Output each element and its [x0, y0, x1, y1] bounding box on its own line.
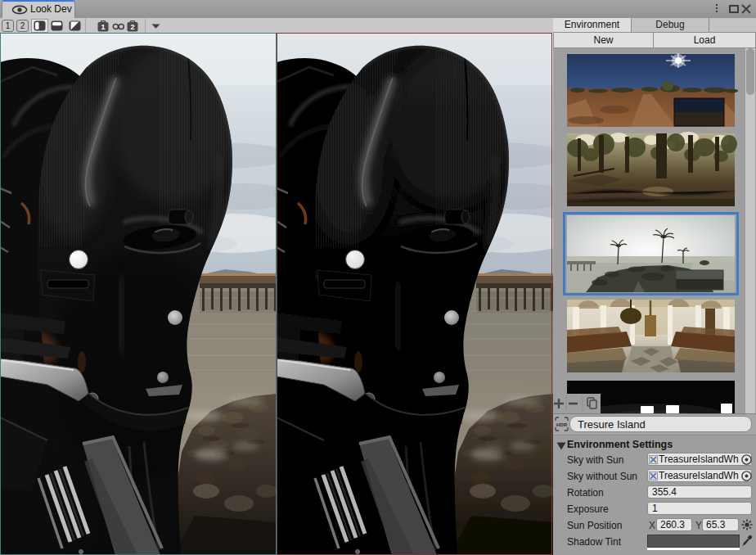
svg-text:HDR: HDR	[556, 422, 568, 427]
svg-text:1: 1	[101, 23, 105, 31]
svg-text:2: 2	[130, 23, 134, 31]
